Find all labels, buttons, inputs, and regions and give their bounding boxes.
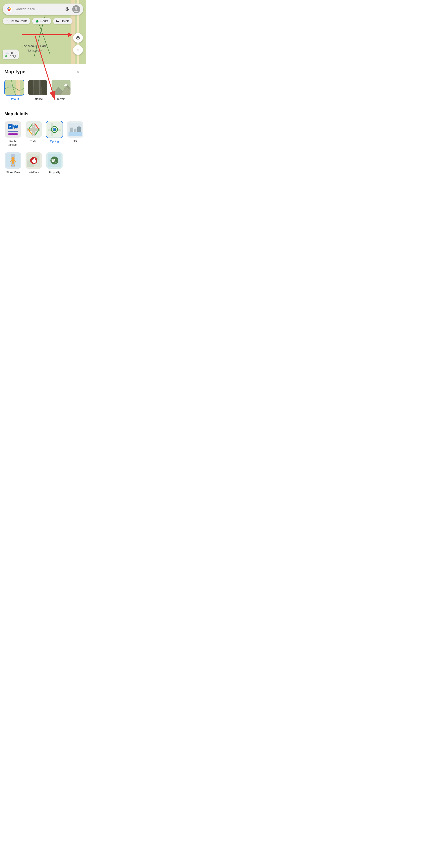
default-map-preview xyxy=(5,80,24,96)
wildfires-preview xyxy=(27,154,40,167)
map-section: Joe Moakley Park Not too busy Search her… xyxy=(0,0,86,64)
map-type-title: Map type xyxy=(4,69,25,74)
app-container: Joe Moakley Park Not too busy Search her… xyxy=(0,0,86,181)
svg-rect-46 xyxy=(74,129,77,132)
svg-rect-29 xyxy=(16,125,18,126)
detail-traffic-thumb xyxy=(25,121,42,138)
svg-rect-26 xyxy=(14,128,15,129)
weather-temp: ☁️ 28° xyxy=(5,51,16,55)
close-button[interactable]: × xyxy=(75,68,82,75)
svg-rect-54 xyxy=(12,160,14,163)
svg-rect-19 xyxy=(28,88,48,88)
detail-air-quality[interactable]: Air quality xyxy=(46,152,63,174)
aqi-value: 37 AQI xyxy=(8,55,16,58)
svg-marker-7 xyxy=(78,48,79,50)
transport-bg: M xyxy=(5,121,21,137)
detail-airquality-label: Air quality xyxy=(49,171,60,174)
category-pills: 🍴 Restaurants 🌲 Parks 🛏 Hotels xyxy=(3,18,73,24)
category-parks[interactable]: 🌲 Parks xyxy=(32,18,51,24)
detail-transport-label: Public transport xyxy=(4,140,22,147)
park-status: Not too busy xyxy=(22,49,47,53)
svg-rect-44 xyxy=(70,128,73,132)
svg-point-53 xyxy=(11,157,15,160)
map-type-satellite[interactable]: Satellite xyxy=(28,80,48,101)
satellite-map-preview xyxy=(28,80,48,96)
search-placeholder: Search here xyxy=(15,7,62,11)
park-label: Joe Moakley Park Not too busy xyxy=(22,44,47,52)
arrow-head xyxy=(68,33,72,37)
search-bar[interactable]: Search here xyxy=(3,3,83,15)
arrow-line xyxy=(22,34,68,35)
user-avatar[interactable] xyxy=(72,5,80,13)
map-type-row: Default Satellite xyxy=(4,80,82,101)
restaurant-icon: 🍴 xyxy=(6,19,9,23)
layers-button[interactable] xyxy=(73,33,83,43)
traffic-bg xyxy=(26,121,42,137)
terrain-map-preview xyxy=(52,80,71,96)
detail-wildfires-label: Wildfires xyxy=(29,171,39,174)
hotel-label: Hotels xyxy=(61,19,69,23)
traffic-preview xyxy=(27,123,40,136)
detail-3d-label: 3D xyxy=(73,140,77,143)
map-type-satellite-label: Satellite xyxy=(33,97,43,101)
transport-line-1 xyxy=(8,131,18,132)
streetview-bg xyxy=(5,152,21,168)
detail-3d[interactable]: 3D xyxy=(66,121,84,147)
park-label-text: Parks xyxy=(40,19,48,23)
detail-public-transport[interactable]: M Public transport xyxy=(4,121,22,147)
airquality-preview xyxy=(48,154,61,167)
detail-transport-thumb: M xyxy=(4,121,22,138)
3d-preview xyxy=(68,123,82,136)
detail-street-view[interactable]: Street View xyxy=(4,152,22,174)
cycling-preview xyxy=(48,123,61,136)
metro-icon: M xyxy=(8,124,12,129)
hotel-icon: 🛏 xyxy=(56,19,59,23)
map-details-row1: M Public transport xyxy=(4,121,82,147)
cycling-bg xyxy=(46,121,62,137)
map-type-default[interactable]: Default xyxy=(4,80,24,101)
wildfires-bg xyxy=(26,152,42,168)
bus-icon xyxy=(13,124,18,129)
sheet-header: Map type × xyxy=(4,68,82,75)
transport-top-row: M xyxy=(8,124,18,129)
detail-cycling-label: Cycling xyxy=(50,140,59,143)
weather-aqi: 37 AQI xyxy=(5,55,16,58)
svg-rect-12 xyxy=(7,85,12,88)
svg-marker-8 xyxy=(78,50,79,52)
category-hotels[interactable]: 🛏 Hotels xyxy=(53,18,73,24)
detail-streetview-thumb xyxy=(4,152,22,169)
svg-point-1 xyxy=(8,8,10,9)
svg-point-40 xyxy=(54,129,55,130)
section-divider xyxy=(4,107,82,107)
detail-traffic-label: Traffic xyxy=(30,140,37,143)
map-type-default-label: Default xyxy=(10,97,19,101)
detail-3d-thumb xyxy=(66,121,84,138)
park-name: Joe Moakley Park xyxy=(22,44,47,49)
detail-wildfires[interactable]: Wildfires xyxy=(25,152,42,174)
svg-rect-11 xyxy=(18,80,20,96)
detail-streetview-label: Street View xyxy=(6,171,20,174)
svg-rect-28 xyxy=(14,125,16,126)
mic-icon[interactable] xyxy=(64,6,70,12)
compass-button[interactable] xyxy=(73,45,83,55)
temperature: 28° xyxy=(10,51,14,55)
airquality-bg xyxy=(46,152,62,168)
google-maps-logo xyxy=(6,6,12,12)
svg-rect-43 xyxy=(68,132,82,136)
map-details-row2: Street View xyxy=(4,152,82,174)
map-type-satellite-thumb xyxy=(28,80,48,96)
cloud-icon: ☁️ xyxy=(5,51,9,55)
map-type-terrain-thumb xyxy=(51,80,71,96)
detail-cycling[interactable]: Cycling xyxy=(46,121,63,147)
map-type-terrain[interactable]: Terrain xyxy=(51,80,71,101)
detail-wildfires-thumb xyxy=(25,152,42,169)
park-icon: 🌲 xyxy=(35,19,39,23)
transport-line-2 xyxy=(8,133,18,135)
category-restaurants[interactable]: 🍴 Restaurants xyxy=(3,18,30,24)
svg-rect-48 xyxy=(77,127,81,132)
detail-traffic[interactable]: Traffic xyxy=(25,121,42,147)
layers-icon xyxy=(75,35,81,40)
streetview-preview xyxy=(6,154,20,167)
weather-widget[interactable]: ☁️ 28° 37 AQI xyxy=(3,50,19,59)
svg-rect-27 xyxy=(17,128,18,129)
